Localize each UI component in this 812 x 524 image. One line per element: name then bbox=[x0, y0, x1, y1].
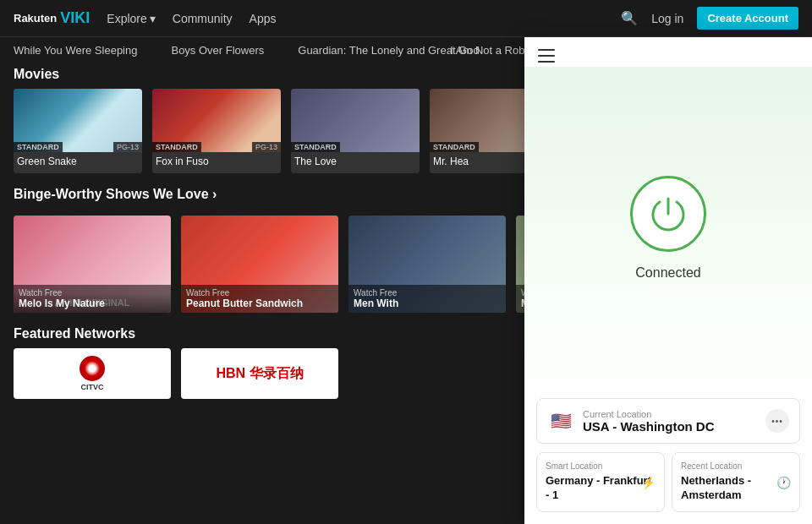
movie-card-2-badge: STANDARD bbox=[291, 142, 340, 152]
movie-card-2[interactable]: STANDARD The Love bbox=[291, 89, 420, 173]
recent-location-card[interactable]: Recent Location Netherlands - Amsterdam … bbox=[672, 452, 800, 512]
binge-card-0-watch: Watch Free bbox=[19, 288, 166, 297]
vpn-locations: 🇺🇸 Current Location USA - Washington DC … bbox=[524, 398, 812, 524]
search-icon[interactable]: 🔍 bbox=[621, 10, 638, 26]
movie-card-1[interactable]: STANDARD PG-13 Fox in Fuso bbox=[152, 89, 281, 173]
vpn-header bbox=[524, 37, 812, 67]
location-cards: Smart Location Germany - Frankfurt - 1 ⚡… bbox=[536, 452, 800, 512]
citvc-logo bbox=[80, 356, 105, 381]
vpn-connected-text: Connected bbox=[635, 265, 700, 281]
smart-location-card[interactable]: Smart Location Germany - Frankfurt - 1 ⚡ bbox=[536, 452, 665, 512]
movie-card-0[interactable]: STANDARD PG-13 Green Snake bbox=[14, 89, 142, 173]
movie-card-1-title: Fox in Fuso bbox=[152, 152, 281, 167]
movie-card-1-badge: STANDARD bbox=[152, 142, 201, 152]
logo-rakuten: Rakuten bbox=[14, 12, 57, 25]
binge-card-2-watch: Watch Free bbox=[354, 288, 501, 297]
binge-card-2-overlay: Watch Free Men With bbox=[348, 285, 506, 313]
vpn-power-section: Connected bbox=[524, 67, 812, 398]
movie-card-0-badge: STANDARD bbox=[14, 142, 63, 152]
header: Rakuten VIKI Explore ▾ Community Apps 🔍 … bbox=[0, 0, 812, 37]
svg-rect-1 bbox=[538, 55, 555, 57]
show-title-0: While You Were Sleeping bbox=[14, 44, 137, 57]
movie-card-2-img: STANDARD bbox=[291, 89, 420, 152]
vpn-menu-icon[interactable] bbox=[538, 49, 798, 67]
movie-card-0-img: STANDARD PG-13 bbox=[14, 89, 142, 152]
logo: Rakuten VIKI bbox=[14, 9, 90, 27]
current-location-card[interactable]: 🇺🇸 Current Location USA - Washington DC … bbox=[536, 398, 800, 444]
binge-card-1-title: Peanut Butter Sandwich bbox=[186, 297, 333, 309]
binge-card-0[interactable]: A VIKI ORIGINAL Watch Free Melo Is My Na… bbox=[14, 216, 171, 313]
movie-card-3-badge: STANDARD bbox=[430, 142, 479, 152]
binge-card-1-watch: Watch Free bbox=[186, 288, 333, 297]
smart-location-name: Germany - Frankfurt - 1 bbox=[546, 474, 656, 503]
show-title-1: Boys Over Flowers bbox=[171, 44, 264, 57]
binge-card-1-overlay: Watch Free Peanut Butter Sandwich bbox=[181, 285, 338, 313]
explore-nav[interactable]: Explore ▾ bbox=[107, 12, 155, 25]
movie-card-1-rating: PG-13 bbox=[252, 142, 281, 152]
clock-icon: 🕐 bbox=[776, 476, 791, 489]
movie-card-2-title: The Love bbox=[291, 152, 420, 167]
movie-card-1-img: STANDARD PG-13 bbox=[152, 89, 281, 152]
current-location-info: Current Location USA - Washington DC bbox=[583, 409, 757, 434]
binge-card-2-title: Men With bbox=[354, 297, 501, 309]
network-card-citvc[interactable]: CITVC bbox=[14, 348, 171, 399]
binge-section-title[interactable]: Binge-Worthy Shows We Love › bbox=[14, 187, 217, 202]
smart-location-type: Smart Location bbox=[546, 461, 656, 471]
current-location-flag: 🇺🇸 bbox=[547, 407, 574, 434]
svg-rect-0 bbox=[538, 49, 555, 51]
network-card-hbn[interactable]: HBN 华录百纳 bbox=[181, 348, 338, 399]
logo-viki: VIKI bbox=[60, 9, 90, 27]
binge-card-0-overlay: Watch Free Melo Is My Nature bbox=[14, 285, 171, 313]
show-title-3: I Am Not a Robot bbox=[450, 44, 534, 57]
movie-card-0-rating: PG-13 bbox=[113, 142, 142, 152]
apps-nav[interactable]: Apps bbox=[250, 12, 277, 25]
svg-rect-2 bbox=[538, 61, 555, 63]
login-button[interactable]: Log in bbox=[651, 12, 683, 25]
recent-location-name: Netherlands - Amsterdam bbox=[681, 474, 791, 503]
show-title-2: Guardian: The Lonely and Great God bbox=[298, 44, 416, 57]
vpn-overlay: Connected 🇺🇸 Current Location USA - Wash… bbox=[524, 37, 812, 524]
movie-card-0-title: Green Snake bbox=[14, 152, 142, 167]
binge-card-1[interactable]: Watch Free Peanut Butter Sandwich bbox=[181, 216, 338, 313]
header-right: 🔍 Log in Create Account bbox=[621, 7, 798, 30]
vpn-power-button[interactable] bbox=[630, 176, 706, 252]
current-location-label: Current Location bbox=[583, 409, 757, 419]
binge-card-0-title: Melo Is My Nature bbox=[19, 297, 166, 309]
hbn-label: HBN 华录百纳 bbox=[216, 365, 303, 383]
binge-card-2[interactable]: Watch Free Men With bbox=[348, 216, 506, 313]
power-icon bbox=[650, 195, 687, 232]
citvc-label: CITVC bbox=[81, 383, 104, 391]
current-location-more-button[interactable]: ••• bbox=[765, 409, 789, 433]
create-account-button[interactable]: Create Account bbox=[697, 7, 798, 30]
current-location-name: USA - Washington DC bbox=[583, 419, 757, 434]
lightning-icon: ⚡ bbox=[641, 476, 656, 489]
recent-location-type: Recent Location bbox=[681, 461, 791, 471]
community-nav[interactable]: Community bbox=[173, 12, 233, 25]
